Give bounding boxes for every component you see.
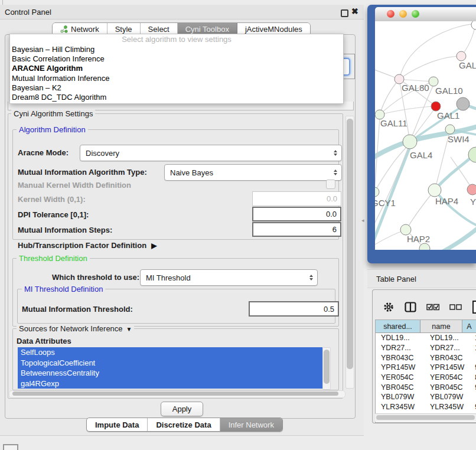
manual-kernel-width-checkbox[interactable] xyxy=(326,180,335,189)
split-columns-icon[interactable] xyxy=(405,302,416,312)
table-row[interactable]: YBR043CYBR043C xyxy=(376,353,476,363)
minimized-panel-icon[interactable] xyxy=(3,444,18,450)
table-row[interactable]: YDL19...YDL19...13 xyxy=(376,333,476,343)
aracne-mode-combobox[interactable]: Discovery xyxy=(80,145,342,161)
table-cell[interactable]: YER054C xyxy=(376,373,425,383)
close-window-icon[interactable] xyxy=(387,10,395,18)
select-all-checkboxes-icon[interactable] xyxy=(426,304,439,311)
dropdown-item[interactable]: Dream8 DC_TDC Algorithm xyxy=(10,93,343,102)
network-canvas[interactable]: GALGAL80GAL10GAL1GAL11GAL4SWI4HAP4YGCY1H… xyxy=(375,21,476,250)
hub-definition-toggle[interactable]: Hub/Transcription Factor Definition▶ xyxy=(18,241,157,250)
column-header-clipped[interactable]: A xyxy=(462,320,476,332)
scrollbar-thumb[interactable] xyxy=(347,119,353,369)
network-node[interactable] xyxy=(445,125,455,134)
table-row[interactable]: YPR145WYPR145W9. xyxy=(376,363,476,373)
tab-discretize-data[interactable]: Discretize Data xyxy=(148,418,220,431)
table-horizontal-scrollbar[interactable] xyxy=(375,413,476,422)
column-header-shared-name[interactable]: shared... xyxy=(376,320,420,332)
mi-threshold-field[interactable]: 0.5 xyxy=(249,301,339,317)
network-node[interactable] xyxy=(429,77,438,86)
table-cell[interactable]: YBL079W xyxy=(376,392,425,402)
network-edge[interactable] xyxy=(375,146,409,230)
network-node[interactable] xyxy=(403,135,417,149)
table-cell[interactable]: YBR045C xyxy=(376,382,425,392)
dropdown-item[interactable]: Bayesian – Hill Climbing xyxy=(10,45,343,54)
attribute-item[interactable]: gal4RGexp xyxy=(18,379,322,389)
attribute-item[interactable]: BetweennessCentrality xyxy=(18,368,322,379)
table-cell[interactable]: 12 xyxy=(471,343,476,353)
network-edge[interactable] xyxy=(375,230,405,247)
deselect-all-checkboxes-icon[interactable] xyxy=(449,304,462,311)
dpi-tolerance-field[interactable]: 0.0 xyxy=(252,207,341,221)
table-row[interactable]: YLR345WYLR345W9. xyxy=(376,402,476,412)
dropdown-item[interactable]: Bayesian – K2 xyxy=(10,83,343,93)
attributes-list-scrollbar[interactable] xyxy=(322,347,331,390)
table-row[interactable]: YER054CYER054C8. xyxy=(376,373,476,383)
table-cell[interactable]: YDR27... xyxy=(376,343,425,353)
settings-gear-icon[interactable] xyxy=(383,301,395,313)
table-cell[interactable]: YDR27... xyxy=(425,343,471,353)
network-node[interactable] xyxy=(471,21,476,30)
settings-horizontal-scrollbar[interactable] xyxy=(9,390,345,398)
table-row[interactable]: YDR27...YDR27...12 xyxy=(376,343,476,353)
table-cell[interactable] xyxy=(471,353,476,363)
zoom-window-icon[interactable] xyxy=(412,10,419,18)
table-cell[interactable]: YPR145W xyxy=(425,363,471,373)
close-panel-icon[interactable]: ✖ xyxy=(351,6,358,16)
table-cell[interactable]: YBR043C xyxy=(425,353,471,363)
table-cell[interactable]: YLR345W xyxy=(376,402,425,412)
sources-toggle[interactable]: Sources for Network Inference▼ xyxy=(17,325,134,334)
table-cell[interactable]: YBR043C xyxy=(376,353,425,363)
network-node[interactable] xyxy=(467,184,476,195)
network-edge[interactable] xyxy=(407,190,435,229)
kernel-width-field[interactable]: 0.0 xyxy=(252,191,341,206)
which-threshold-combobox[interactable]: MI Threshold xyxy=(140,269,318,286)
scrollbar-thumb[interactable] xyxy=(376,415,475,420)
mi-algorithm-type-combobox[interactable]: Naive Bayes xyxy=(164,164,342,181)
network-node[interactable] xyxy=(375,187,379,197)
network-node[interactable] xyxy=(457,51,466,61)
scrollbar-thumb[interactable] xyxy=(12,392,338,396)
network-node[interactable] xyxy=(431,102,441,111)
apply-button[interactable]: Apply xyxy=(161,402,203,416)
network-node[interactable] xyxy=(428,184,441,197)
table-cell[interactable]: YDL19... xyxy=(425,333,471,343)
mi-steps-field[interactable]: 6 xyxy=(252,222,341,237)
table-cell[interactable] xyxy=(471,392,476,402)
table-cell[interactable]: YBR045C xyxy=(425,382,471,392)
tab-impute-data[interactable]: Impute Data xyxy=(87,418,148,431)
table-cell[interactable]: 9. xyxy=(471,382,476,392)
tab-infer-network[interactable]: Infer Network xyxy=(220,418,282,431)
table-cell[interactable]: YPR145W xyxy=(376,363,425,373)
minimize-window-icon[interactable] xyxy=(399,10,407,18)
network-edge[interactable] xyxy=(461,25,475,56)
table-cell[interactable]: 9. xyxy=(471,402,476,412)
table-cell[interactable]: YLR345W xyxy=(425,402,471,412)
network-node[interactable] xyxy=(457,97,470,110)
network-window-titlebar[interactable] xyxy=(375,7,476,22)
dropdown-item[interactable]: Mutual Information Inference xyxy=(10,74,343,83)
table-cell[interactable]: 8. xyxy=(471,373,476,383)
attribute-item[interactable]: TopologicalCoefficient xyxy=(18,358,322,369)
attribute-item[interactable]: SelfLoops xyxy=(18,347,322,358)
table-row[interactable]: YBR045CYBR045C9. xyxy=(376,382,476,392)
table-cell[interactable]: YDL19... xyxy=(376,333,425,343)
table-row[interactable]: YBL079WYBL079W xyxy=(376,392,476,402)
float-panel-icon[interactable] xyxy=(341,9,348,17)
column-header-name[interactable]: name xyxy=(420,320,462,332)
network-edge[interactable] xyxy=(399,79,433,81)
table-cell[interactable]: YER054C xyxy=(425,373,471,383)
settings-vertical-scrollbar[interactable] xyxy=(345,116,354,389)
table-cell[interactable]: 9. xyxy=(471,363,476,373)
network-view-window[interactable]: GALGAL80GAL10GAL1GAL11GAL4SWI4HAP4YGCY1H… xyxy=(367,5,476,263)
document-icon[interactable] xyxy=(472,300,476,314)
scrollbar-thumb[interactable] xyxy=(324,350,330,384)
dropdown-item[interactable]: Basic Correlation Inference xyxy=(10,54,343,64)
dropdown-item-selected[interactable]: ARACNE Algorithm xyxy=(10,64,343,73)
network-edge[interactable] xyxy=(441,227,476,250)
panel-splitter[interactable]: ◂ xyxy=(361,217,364,223)
network-edge[interactable] xyxy=(399,56,461,79)
table-cell[interactable]: 13 xyxy=(471,333,476,343)
network-edge[interactable] xyxy=(380,79,399,115)
table-cell[interactable]: YBL079W xyxy=(425,392,471,402)
